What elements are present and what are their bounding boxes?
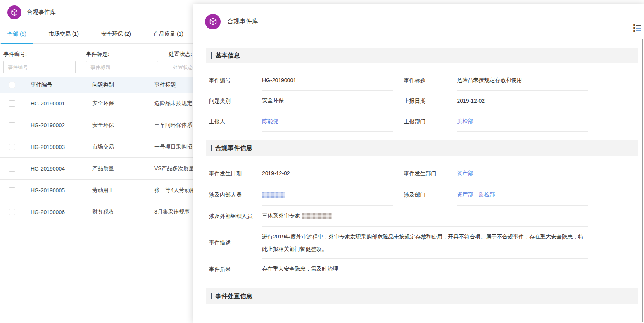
field-label: 上报部门 bbox=[404, 118, 457, 125]
detail-panel-title: 合规事件库 bbox=[227, 17, 258, 26]
field-value: 三体系外审专家 bbox=[262, 212, 300, 219]
field-label: 事件发生部门 bbox=[404, 170, 457, 177]
section-basic-info: 基本信息 bbox=[206, 48, 638, 63]
cell-event-id: HG-20190003 bbox=[31, 144, 92, 150]
field-report-dept: 上报部门 质检部 bbox=[404, 111, 588, 132]
cell-category: 劳动用工 bbox=[92, 187, 154, 194]
field-event-id: 事件编号 HG-20190001 bbox=[209, 70, 393, 91]
field-category: 问题类别 安全环保 bbox=[209, 91, 393, 111]
event-id-input[interactable] bbox=[3, 61, 76, 73]
row-checkbox[interactable] bbox=[9, 122, 15, 128]
row-checkbox[interactable] bbox=[9, 144, 15, 150]
row-checkbox[interactable] bbox=[9, 209, 15, 215]
basic-info-form: 事件编号 HG-20190001 事件标题 危险品未按规定存放和使用 问题类别 … bbox=[209, 70, 588, 132]
column-category: 问题类别 bbox=[92, 81, 154, 88]
field-occur-date: 事件发生日期 2019-12-02 bbox=[209, 163, 393, 184]
app-logo bbox=[7, 5, 21, 19]
cube-icon bbox=[10, 8, 19, 17]
field-label: 事件编号 bbox=[209, 77, 262, 84]
field-involved-depts: 涉及部门 资产部 质检部 bbox=[404, 184, 588, 206]
select-all-checkbox[interactable] bbox=[9, 82, 15, 88]
row-checkbox[interactable] bbox=[9, 166, 15, 172]
tab-product-quality[interactable]: 产品质量 (1) bbox=[147, 24, 190, 43]
field-internal-people: 涉及内部人员 bbox=[209, 184, 393, 206]
field-external-people: 涉及外部组织人员 三体系外审专家 bbox=[209, 206, 588, 227]
event-title-input[interactable] bbox=[86, 61, 158, 73]
section-disposal-info: 事件处置信息 bbox=[206, 288, 638, 304]
report-dept-link[interactable]: 质检部 bbox=[457, 118, 473, 125]
app-window: 合规事件库 全部 (6) 市场交易 (1) 安全环保 (2) 产品质量 (1) … bbox=[0, 0, 644, 323]
field-label: 上报人 bbox=[209, 118, 262, 125]
section-title: 合规事件信息 bbox=[215, 144, 252, 152]
detail-panel-header: 合规事件库 bbox=[193, 4, 644, 39]
field-label: 涉及部门 bbox=[404, 192, 457, 199]
row-checkbox[interactable] bbox=[9, 187, 15, 193]
redacted-name-mosaic bbox=[262, 192, 285, 198]
compliance-info-form: 事件发生日期 2019-12-02 事件发生部门 资产部 涉及内部人员 涉及部门… bbox=[209, 163, 588, 280]
field-event-title: 事件标题 危险品未按规定存放和使用 bbox=[404, 70, 588, 91]
field-label: 涉及内部人员 bbox=[209, 192, 262, 199]
cell-category: 财务税收 bbox=[92, 209, 154, 216]
cell-event-id: HG-20190002 bbox=[31, 122, 92, 128]
cell-category: 市场交易 bbox=[92, 143, 154, 150]
filter-event-id: 事件编号: bbox=[3, 50, 76, 73]
field-value: 存在重大安全隐患，需及时治理 bbox=[262, 259, 588, 280]
reporter-link[interactable]: 陈能健 bbox=[262, 118, 278, 125]
filter-event-id-label: 事件编号: bbox=[3, 50, 76, 58]
field-report-date: 上报日期 2019-12-02 bbox=[404, 91, 588, 111]
field-label: 涉及外部组织人员 bbox=[209, 213, 262, 220]
cell-event-id: HG-20190005 bbox=[31, 187, 92, 193]
page-title: 合规事件库 bbox=[27, 9, 56, 16]
field-consequence: 事件后果 存在重大安全隐患，需及时治理 bbox=[209, 259, 588, 280]
field-label: 问题类别 bbox=[209, 98, 262, 105]
cell-event-id: HG-20190006 bbox=[31, 209, 92, 215]
involved-dept-link[interactable]: 质检部 bbox=[479, 191, 495, 198]
vertical-scrollbar[interactable] bbox=[642, 39, 643, 322]
field-label: 上报日期 bbox=[404, 98, 457, 105]
field-occur-dept: 事件发生部门 资产部 bbox=[404, 163, 588, 184]
filter-event-title-label: 事件标题: bbox=[86, 50, 158, 58]
field-description: 事件描述 进行2019年度外审过程中，外审专家发现采购部危险品未按规定存放和使用… bbox=[209, 227, 588, 259]
cell-category: 安全环保 bbox=[92, 100, 154, 107]
tab-safety-environment[interactable]: 安全环保 (2) bbox=[95, 24, 137, 43]
filter-event-title: 事件标题: bbox=[86, 50, 158, 73]
app-logo bbox=[205, 14, 221, 29]
field-value: 安全环保 bbox=[262, 91, 393, 111]
field-value: 进行2019年度外审过程中，外审专家发现采购部危险品未按规定存放和使用，开具不符… bbox=[262, 227, 588, 259]
cube-icon bbox=[208, 17, 218, 26]
field-label: 事件标题 bbox=[404, 77, 457, 84]
cell-event-id: HG-20190001 bbox=[31, 100, 92, 107]
tab-all[interactable]: 全部 (6) bbox=[1, 24, 33, 43]
occur-dept-link[interactable]: 资产部 bbox=[457, 170, 473, 177]
list-menu-icon[interactable] bbox=[633, 24, 641, 33]
field-value: 2019-12-02 bbox=[262, 163, 393, 184]
cell-category: 安全环保 bbox=[92, 122, 154, 129]
redacted-name-mosaic bbox=[302, 213, 332, 219]
field-value: 危险品未按规定存放和使用 bbox=[457, 70, 588, 91]
section-title: 事件处置信息 bbox=[215, 292, 252, 301]
row-checkbox[interactable] bbox=[9, 100, 15, 107]
section-title: 基本信息 bbox=[215, 52, 240, 60]
cell-event-id: HG-20190004 bbox=[31, 166, 92, 172]
cell-category: 产品质量 bbox=[92, 165, 154, 172]
section-compliance-info: 合规事件信息 bbox=[206, 140, 638, 156]
column-event-id: 事件编号 bbox=[31, 81, 92, 88]
field-label: 事件后果 bbox=[209, 266, 262, 273]
field-value: 2019-12-02 bbox=[457, 91, 588, 111]
involved-dept-link[interactable]: 资产部 bbox=[457, 191, 473, 198]
field-label: 事件发生日期 bbox=[209, 170, 262, 177]
field-reporter: 上报人 陈能健 bbox=[209, 111, 393, 132]
field-value: HG-20190001 bbox=[262, 70, 393, 91]
tab-market-trade[interactable]: 市场交易 (1) bbox=[43, 24, 85, 43]
field-label: 事件描述 bbox=[209, 239, 262, 246]
event-detail-panel: 合规事件库 基本信息 事件编号 HG-20190001 事件标题 危险品未按规定… bbox=[193, 4, 644, 323]
